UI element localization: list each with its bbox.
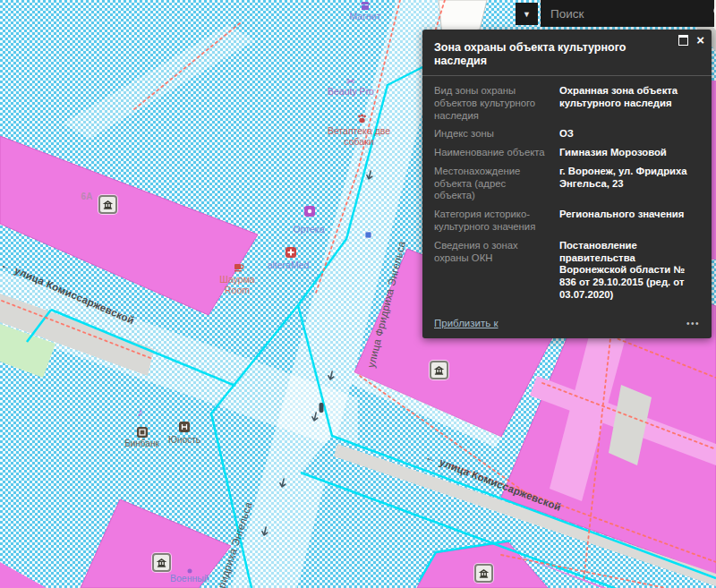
search-icon	[712, 4, 716, 23]
transit-stop-icon	[365, 232, 371, 238]
scissors-icon[interactable]: ✂	[346, 75, 355, 88]
more-options-button[interactable]: •••	[686, 319, 700, 328]
field-value: ОЗ	[559, 128, 700, 141]
search-input[interactable]	[541, 7, 712, 21]
heritage-building-icon[interactable]	[430, 361, 448, 379]
field-label: Наименование объекта	[434, 147, 549, 159]
orteka-icon[interactable]	[304, 206, 315, 217]
field-value: Охранная зона объекта культурного наслед…	[559, 85, 700, 122]
close-icon[interactable]: ×	[696, 36, 704, 45]
search-button[interactable]	[712, 0, 716, 27]
map-viewport[interactable]: ←улица Комиссаржевской ←улица Комиссарже…	[0, 0, 716, 588]
coffee-cup-icon[interactable]	[234, 262, 245, 272]
field-value: г. Воронеж, ул. Фридриха Энгельса, 23	[559, 166, 700, 202]
field-value: Постановление правительства Воронежской …	[559, 240, 700, 302]
traffic-sign-icon	[320, 403, 324, 413]
field-label: Индекс зоны	[434, 128, 549, 141]
popup-title: Зона охраны объекта культурного наследия	[422, 30, 712, 76]
zoom-to-link[interactable]: Приблизить к	[434, 318, 498, 328]
window-controls: ×	[678, 35, 704, 46]
music-note-icon[interactable]: ♪	[137, 405, 143, 419]
field-label: Местонахождение объекта (адрес объекта)	[434, 166, 549, 202]
maximize-icon[interactable]	[678, 35, 688, 46]
field-label: Сведения о зонах охраны ОКН	[434, 240, 549, 302]
bank-icon[interactable]	[137, 427, 148, 438]
field-value: Гимназия Морозовой	[559, 147, 700, 159]
heritage-building-icon[interactable]	[98, 195, 117, 214]
field-label: Вид зоны охраны объектов культурного нас…	[434, 85, 549, 122]
heritage-building-icon[interactable]	[474, 564, 493, 583]
popup-footer: Приблизить к •••	[422, 307, 712, 338]
feature-info-popup: × Зона охраны объекта культурного наслед…	[422, 30, 712, 338]
search-dropdown-button[interactable]: ▼	[516, 3, 538, 25]
field-label: Категория историко-культурного значения	[434, 209, 549, 234]
chevron-down-icon: ▼	[523, 10, 531, 19]
popup-fields: Вид зоны охраны объектов культурного нас…	[422, 76, 712, 307]
heritage-building-icon[interactable]	[152, 553, 171, 572]
hotel-icon[interactable]	[179, 422, 190, 432]
medical-cross-icon[interactable]	[286, 247, 296, 258]
search-bar	[541, 0, 714, 27]
poi-dot	[188, 569, 192, 574]
store-icon[interactable]	[360, 1, 371, 11]
paw-icon[interactable]	[356, 114, 368, 124]
field-value: Регионального значения	[559, 209, 700, 234]
